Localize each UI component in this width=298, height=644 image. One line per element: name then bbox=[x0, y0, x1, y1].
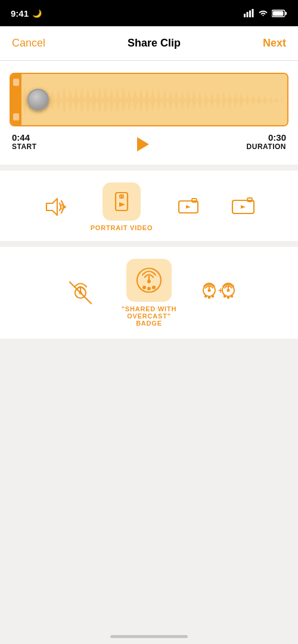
status-icons bbox=[244, 9, 287, 17]
svg-rect-3 bbox=[252, 9, 254, 17]
landscape-large-icon-box bbox=[224, 188, 262, 226]
svg-point-35 bbox=[208, 296, 210, 299]
overcast-badge-label: "SHARED WITH OVERCAST" BADGE bbox=[116, 305, 182, 327]
svg-point-33 bbox=[208, 289, 211, 292]
play-button[interactable] bbox=[130, 132, 154, 156]
svg-marker-20 bbox=[241, 205, 246, 209]
podcast-plus-icon: + bbox=[198, 276, 237, 309]
overcast-badge-icon-box bbox=[126, 259, 172, 302]
next-button[interactable]: Next bbox=[263, 37, 286, 49]
overcast-badge-icon bbox=[131, 262, 167, 298]
start-time-info: 0:44 START bbox=[12, 132, 37, 151]
svg-point-42 bbox=[227, 296, 229, 299]
duration-label: DURATION bbox=[247, 143, 286, 151]
no-badge-option[interactable] bbox=[61, 274, 100, 312]
svg-point-34 bbox=[204, 295, 207, 298]
battery-icon bbox=[272, 10, 287, 17]
nav-bar: Cancel Share Clip Next bbox=[0, 26, 298, 61]
svg-point-40 bbox=[227, 289, 230, 292]
start-time-value: 0:44 bbox=[12, 132, 37, 143]
portrait-video-icon bbox=[108, 188, 135, 215]
svg-marker-7 bbox=[46, 199, 57, 215]
waveform-svg bbox=[21, 74, 287, 126]
svg-marker-14 bbox=[119, 202, 125, 207]
page-title: Share Clip bbox=[128, 37, 181, 49]
portrait-icon-box bbox=[103, 182, 141, 221]
audio-icon-box bbox=[36, 188, 74, 226]
svg-line-24 bbox=[70, 282, 91, 304]
time-row: 0:44 START 0:30 DURATION bbox=[10, 132, 288, 156]
duration-info: 0:30 DURATION bbox=[247, 132, 286, 151]
drag-handle[interactable] bbox=[27, 89, 49, 110]
portrait-video-label: PORTRAIT VIDEO bbox=[91, 224, 153, 231]
audio-option[interactable] bbox=[36, 188, 74, 226]
status-bar: 9:41 🌙 bbox=[0, 0, 298, 26]
svg-rect-1 bbox=[247, 12, 249, 17]
wifi-icon bbox=[258, 10, 268, 17]
svg-point-43 bbox=[231, 295, 233, 298]
svg-point-27 bbox=[147, 280, 151, 283]
duration-value: 0:30 bbox=[268, 132, 286, 143]
landscape-small-option[interactable] bbox=[169, 188, 207, 226]
home-indicator bbox=[110, 635, 188, 638]
bracket-notch-top bbox=[13, 79, 19, 86]
svg-point-8 bbox=[63, 206, 66, 209]
video-type-section: PORTRAIT VIDEO bbox=[0, 171, 298, 241]
svg-point-28 bbox=[142, 286, 146, 289]
portrait-video-option[interactable]: PORTRAIT VIDEO bbox=[91, 182, 153, 231]
badge-section: "SHARED WITH OVERCAST" BADGE + bbox=[0, 247, 298, 339]
svg-marker-17 bbox=[186, 205, 191, 209]
waveform-section: 0:44 START 0:30 DURATION bbox=[0, 61, 298, 165]
svg-point-41 bbox=[224, 295, 226, 298]
svg-rect-6 bbox=[273, 11, 284, 16]
moon-icon: 🌙 bbox=[32, 9, 42, 18]
landscape-small-icon bbox=[175, 194, 201, 220]
svg-point-30 bbox=[152, 286, 156, 289]
cancel-button[interactable]: Cancel bbox=[12, 37, 45, 49]
waveform-container[interactable] bbox=[10, 73, 288, 126]
svg-point-10 bbox=[61, 208, 63, 210]
status-time: 9:41 bbox=[11, 8, 29, 18]
podcast-badge-option[interactable]: + bbox=[198, 274, 237, 312]
start-bracket[interactable] bbox=[11, 74, 21, 125]
video-type-row: PORTRAIT VIDEO bbox=[0, 182, 298, 231]
svg-point-13 bbox=[121, 196, 123, 197]
svg-rect-2 bbox=[249, 11, 251, 18]
no-badge-icon-box bbox=[61, 274, 100, 312]
landscape-large-icon bbox=[230, 194, 256, 220]
svg-rect-5 bbox=[285, 12, 287, 15]
podcast-badge-icon-box: + bbox=[198, 274, 237, 312]
badge-row: "SHARED WITH OVERCAST" BADGE + bbox=[0, 259, 298, 327]
start-time-label: START bbox=[12, 143, 37, 151]
signal-icon bbox=[244, 9, 254, 17]
no-badge-icon bbox=[64, 276, 97, 309]
bracket-notch-bottom bbox=[13, 113, 19, 120]
svg-rect-0 bbox=[244, 14, 246, 17]
speaker-icon bbox=[42, 194, 68, 220]
landscape-large-option[interactable] bbox=[224, 188, 262, 226]
landscape-small-icon-box bbox=[169, 188, 207, 226]
svg-point-36 bbox=[212, 295, 214, 298]
overcast-badge-option[interactable]: "SHARED WITH OVERCAST" BADGE bbox=[116, 259, 182, 327]
play-icon bbox=[137, 137, 149, 151]
svg-point-9 bbox=[61, 204, 63, 206]
status-time-area: 9:41 🌙 bbox=[11, 8, 42, 18]
svg-point-29 bbox=[147, 287, 151, 290]
